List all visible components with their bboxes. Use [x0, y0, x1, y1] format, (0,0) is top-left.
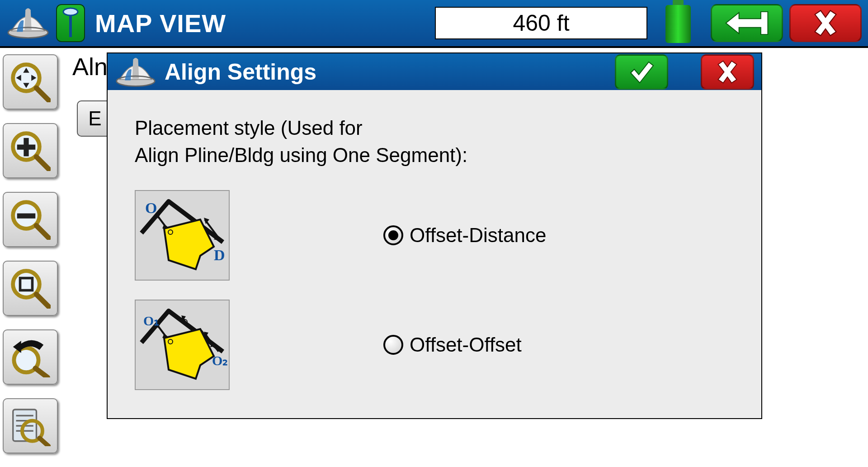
- dialog-ok-button[interactable]: [615, 54, 668, 90]
- align-settings-dialog: Align Settings Placement style (Used for…: [107, 52, 762, 419]
- svg-rect-15: [24, 138, 28, 157]
- zoom-previous-button[interactable]: [3, 329, 58, 385]
- magnifier-list-icon: [10, 405, 51, 446]
- zoom-in-button[interactable]: [3, 123, 58, 178]
- background-button-label: E: [88, 107, 101, 130]
- prompt-line-1: Placement style (Used for: [135, 117, 363, 139]
- page-title: MAP VIEW: [95, 9, 226, 38]
- checkmark-icon: [628, 58, 655, 86]
- survey-pole-icon: [61, 7, 80, 39]
- svg-point-21: [15, 273, 38, 295]
- hardhat-icon: [115, 54, 156, 90]
- close-app-button[interactable]: [789, 4, 862, 42]
- offset-distance-label: Offset-Distance: [410, 224, 546, 247]
- magnifier-minus-icon: [10, 199, 51, 240]
- zoom-out-button[interactable]: [3, 192, 58, 247]
- dialog-header: Align Settings: [108, 53, 761, 90]
- svg-line-6: [37, 88, 49, 100]
- svg-rect-2: [69, 14, 72, 37]
- svg-rect-19: [17, 214, 36, 219]
- svg-text:O₂: O₂: [212, 353, 227, 368]
- offset-distance-diagram-icon: O D: [137, 192, 227, 278]
- svg-text:O₁: O₁: [143, 313, 159, 328]
- svg-point-3: [63, 8, 78, 15]
- dialog-prompt: Placement style (Used for Align Pline/Bl…: [135, 114, 734, 168]
- back-arrow-icon: [722, 10, 772, 36]
- magnifier-plus-icon: [10, 130, 51, 171]
- svg-line-34: [39, 438, 48, 446]
- dialog-cancel-button[interactable]: [701, 54, 754, 90]
- dialog-body: Placement style (Used for Align Pline/Bl…: [108, 90, 761, 418]
- svg-text:O: O: [145, 200, 157, 216]
- svg-line-13: [37, 157, 49, 169]
- svg-line-22: [37, 295, 49, 307]
- radio-icon: [383, 225, 403, 245]
- offset-distance-thumbnail: O D: [135, 190, 230, 281]
- close-icon: [715, 59, 740, 85]
- option-row-offset-offset: O₁ O₂ Offset-Offset: [135, 300, 734, 390]
- dialog-title: Align Settings: [165, 59, 316, 85]
- svg-line-26: [35, 368, 47, 377]
- distance-readout: 460 ft: [435, 7, 647, 39]
- offset-offset-label: Offset-Offset: [410, 334, 522, 356]
- prompt-line-2: Align Pline/Bldg using One Segment):: [135, 144, 467, 166]
- offset-offset-diagram-icon: O₁ O₂: [137, 302, 227, 388]
- left-toolbar: [3, 54, 61, 453]
- radio-icon: [383, 335, 403, 355]
- top-bar: MAP VIEW 460 ft: [0, 0, 868, 48]
- search-list-button[interactable]: [3, 398, 58, 453]
- close-icon: [811, 9, 840, 38]
- hardhat-icon: [6, 5, 50, 41]
- option-row-offset-distance: O D Offset-Distance: [135, 190, 734, 281]
- pan-zoom-button[interactable]: [3, 54, 58, 110]
- offset-offset-thumbnail: O₁ O₂: [135, 300, 230, 390]
- back-button[interactable]: [711, 4, 783, 42]
- offset-distance-radio[interactable]: Offset-Distance: [383, 224, 546, 247]
- zoom-extents-button[interactable]: [3, 261, 58, 316]
- magnifier-extents-icon: [10, 268, 51, 309]
- magnifier-pan-icon: [10, 62, 51, 102]
- battery-icon: [665, 3, 691, 43]
- survey-pole-button[interactable]: [56, 4, 85, 42]
- magnifier-previous-icon: [10, 337, 51, 377]
- offset-offset-radio[interactable]: Offset-Offset: [383, 334, 522, 356]
- svg-line-18: [37, 226, 49, 238]
- svg-text:D: D: [214, 247, 225, 263]
